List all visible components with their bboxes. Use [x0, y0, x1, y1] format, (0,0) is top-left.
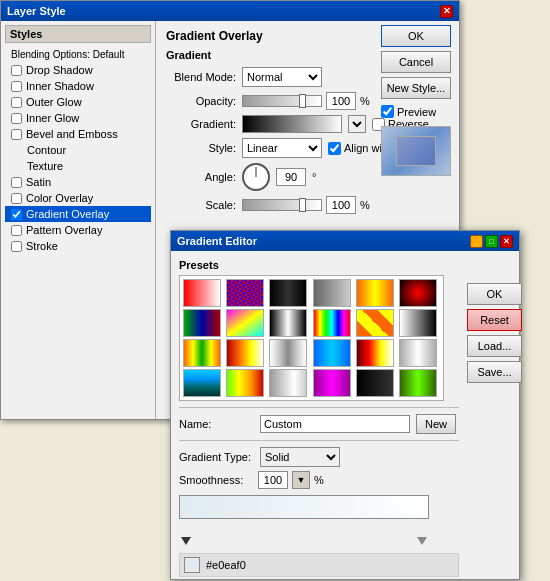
preset-swatch-22[interactable]	[313, 369, 351, 397]
sidebar-item-texture[interactable]: Texture	[5, 158, 151, 174]
titlebar-controls: _ □ ✕	[470, 235, 513, 248]
sidebar-item-inner-glow[interactable]: Inner Glow	[5, 110, 151, 126]
sidebar-item-inner-shadow[interactable]: Inner Shadow	[5, 78, 151, 94]
sidebar-item-contour[interactable]: Contour	[5, 142, 151, 158]
scale-input[interactable]	[326, 196, 356, 214]
stroke-checkbox[interactable]	[11, 241, 22, 252]
preview-checkbox[interactable]	[381, 105, 394, 118]
ge-main: Presets	[179, 259, 459, 577]
satin-label: Satin	[26, 176, 51, 188]
name-label: Name:	[179, 418, 254, 430]
layer-style-title: Layer Style	[7, 5, 66, 17]
ge-load-button[interactable]: Load...	[467, 335, 522, 357]
color-stop-hex: #e0eaf0	[206, 559, 246, 571]
preset-swatch-14[interactable]	[226, 339, 264, 367]
scale-percent: %	[360, 199, 370, 211]
sidebar-item-blending[interactable]: Blending Options: Default	[5, 47, 151, 62]
gradient-preview[interactable]	[242, 115, 342, 133]
angle-dial[interactable]	[242, 163, 270, 191]
preset-swatch-15[interactable]	[269, 339, 307, 367]
ge-save-button[interactable]: Save...	[467, 361, 522, 383]
preset-swatch-9[interactable]	[269, 309, 307, 337]
preset-swatch-21[interactable]	[269, 369, 307, 397]
new-button[interactable]: New	[416, 414, 456, 434]
gradient-editor-title: Gradient Editor	[177, 235, 257, 247]
sidebar-item-bevel-emboss[interactable]: Bevel and Emboss	[5, 126, 151, 142]
preset-swatch-5[interactable]	[356, 279, 394, 307]
sidebar-item-drop-shadow[interactable]: Drop Shadow	[5, 62, 151, 78]
preset-swatch-23[interactable]	[356, 369, 394, 397]
inner-glow-checkbox[interactable]	[11, 113, 22, 124]
gradient-bar-container	[179, 495, 459, 545]
preset-swatch-3[interactable]	[269, 279, 307, 307]
ok-button[interactable]: OK	[381, 25, 451, 47]
preset-swatch-4[interactable]	[313, 279, 351, 307]
angle-input[interactable]	[276, 168, 306, 186]
smoothness-input[interactable]	[258, 471, 288, 489]
inner-glow-label: Inner Glow	[26, 112, 79, 124]
gradient-dropdown[interactable]	[348, 115, 366, 133]
bevel-emboss-checkbox[interactable]	[11, 129, 22, 140]
preset-swatch-8[interactable]	[226, 309, 264, 337]
scale-row: Scale: %	[166, 196, 449, 214]
cancel-button[interactable]: Cancel	[381, 51, 451, 73]
gradient-overlay-checkbox[interactable]	[11, 209, 22, 220]
color-stop-left[interactable]	[181, 537, 191, 545]
ge-close-icon[interactable]: ✕	[500, 235, 513, 248]
maximize-icon[interactable]: □	[485, 235, 498, 248]
close-icon[interactable]: ✕	[440, 5, 453, 18]
sidebar-item-satin[interactable]: Satin	[5, 174, 151, 190]
smoothness-row: Smoothness: ▼ %	[179, 471, 459, 489]
preset-swatch-17[interactable]	[356, 339, 394, 367]
color-overlay-checkbox[interactable]	[11, 193, 22, 204]
style-select[interactable]: Linear Radial Angle	[242, 138, 322, 158]
opacity-slider[interactable]	[242, 95, 322, 107]
preset-swatch-12[interactable]	[399, 309, 437, 337]
color-stop-right[interactable]	[417, 537, 427, 545]
presets-grid	[179, 275, 444, 401]
sidebar-item-gradient-overlay[interactable]: Gradient Overlay	[5, 206, 151, 222]
minimize-icon[interactable]: _	[470, 235, 483, 248]
angle-degree: °	[312, 171, 316, 183]
preset-swatch-10[interactable]	[313, 309, 351, 337]
scale-slider[interactable]	[242, 199, 322, 211]
preset-swatch-11[interactable]	[356, 309, 394, 337]
preset-swatch-19[interactable]	[183, 369, 221, 397]
gradient-type-select[interactable]: Solid Noise	[260, 447, 340, 467]
blend-mode-select[interactable]: Normal Multiply Screen	[242, 67, 322, 87]
preset-swatch-18[interactable]	[399, 339, 437, 367]
color-stop-swatch[interactable]	[184, 557, 200, 573]
ge-reset-button[interactable]: Reset	[467, 309, 522, 331]
scale-slider-container: %	[242, 196, 370, 214]
opacity-label: Opacity:	[166, 95, 236, 107]
pattern-overlay-checkbox[interactable]	[11, 225, 22, 236]
preset-swatch-20[interactable]	[226, 369, 264, 397]
opacity-input[interactable]	[326, 92, 356, 110]
sidebar-item-pattern-overlay[interactable]: Pattern Overlay	[5, 222, 151, 238]
color-stop-info: #e0eaf0	[179, 553, 459, 577]
stroke-label: Stroke	[26, 240, 58, 252]
align-layer-checkbox[interactable]	[328, 142, 341, 155]
preset-swatch-13[interactable]	[183, 339, 221, 367]
preset-swatch-2[interactable]	[226, 279, 264, 307]
outer-glow-checkbox[interactable]	[11, 97, 22, 108]
inner-shadow-checkbox[interactable]	[11, 81, 22, 92]
new-style-button[interactable]: New Style...	[381, 77, 451, 99]
preset-swatch-1[interactable]	[183, 279, 221, 307]
ge-ok-button[interactable]: OK	[467, 283, 522, 305]
drop-shadow-label: Drop Shadow	[26, 64, 93, 76]
name-row: Name: New	[179, 414, 459, 434]
smoothness-stepper[interactable]: ▼	[292, 471, 310, 489]
gradient-bar[interactable]	[179, 495, 429, 519]
drop-shadow-checkbox[interactable]	[11, 65, 22, 76]
satin-checkbox[interactable]	[11, 177, 22, 188]
preset-swatch-24[interactable]	[399, 369, 437, 397]
name-input[interactable]	[260, 415, 410, 433]
sidebar-item-outer-glow[interactable]: Outer Glow	[5, 94, 151, 110]
gradient-label: Gradient:	[166, 118, 236, 130]
preset-swatch-7[interactable]	[183, 309, 221, 337]
sidebar-item-stroke[interactable]: Stroke	[5, 238, 151, 254]
preset-swatch-6[interactable]	[399, 279, 437, 307]
preset-swatch-16[interactable]	[313, 339, 351, 367]
sidebar-item-color-overlay[interactable]: Color Overlay	[5, 190, 151, 206]
